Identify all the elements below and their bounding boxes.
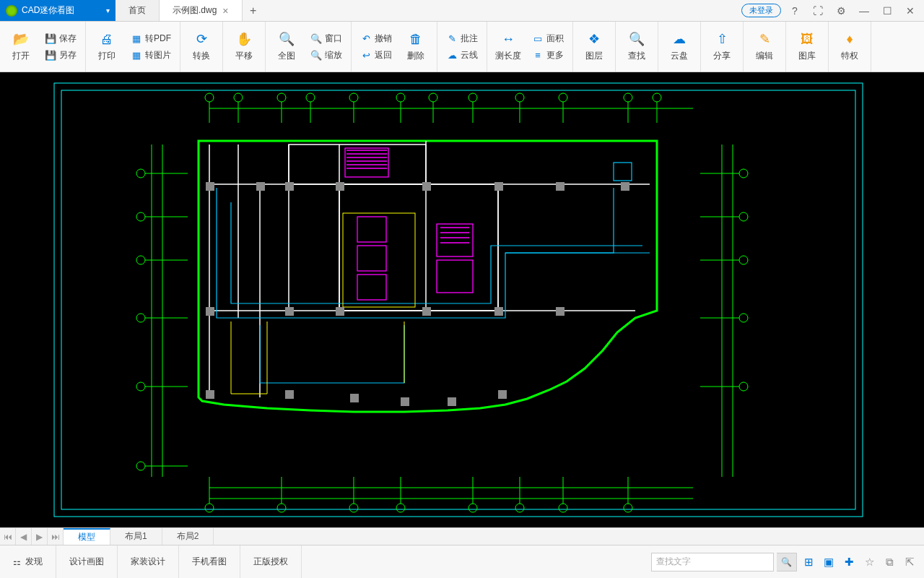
layers-button[interactable]: ❖图层 <box>576 24 612 70</box>
status-design[interactable]: 设计画图 <box>56 545 118 578</box>
open-button[interactable]: 📂打开 <box>3 24 39 70</box>
area-icon: ▭ <box>532 33 544 44</box>
zoom-button[interactable]: 🔍缩放 <box>308 48 345 63</box>
layout-tab-2[interactable]: 布局2 <box>162 528 214 545</box>
svg-point-9 <box>277 93 286 102</box>
svg-rect-102 <box>285 182 294 191</box>
login-button[interactable]: 未登录 <box>741 4 781 17</box>
link-icon[interactable]: ⇱ <box>901 553 918 571</box>
layers-icon: ❖ <box>586 31 602 47</box>
status-discover[interactable]: ⚏发现 <box>0 545 56 578</box>
more-button[interactable]: ≡更多 <box>529 48 567 63</box>
saveas-icon: 💾 <box>45 49 56 61</box>
svg-rect-92 <box>357 275 386 300</box>
svg-rect-1 <box>61 90 855 509</box>
svg-point-33 <box>349 504 358 512</box>
svg-rect-109 <box>285 307 294 316</box>
svg-rect-114 <box>206 390 214 399</box>
minimize-icon[interactable]: — <box>855 1 873 20</box>
ortho-toggle-icon[interactable]: ▣ <box>820 553 837 571</box>
window-zoom-button[interactable]: 🔍窗口 <box>308 31 345 46</box>
refresh-icon: ⟳ <box>193 31 209 47</box>
share-button[interactable]: ⇧分享 <box>704 24 740 70</box>
nav-next-button[interactable]: ▶ <box>32 528 48 545</box>
status-license[interactable]: 正版授权 <box>240 545 302 578</box>
maximize-icon[interactable]: ☐ <box>878 1 897 20</box>
nav-first-button[interactable]: ⏮ <box>0 528 16 545</box>
svg-point-27 <box>653 93 661 102</box>
svg-rect-110 <box>336 307 344 316</box>
cad-canvas[interactable] <box>0 72 924 527</box>
svg-rect-116 <box>350 394 359 402</box>
to-pdf-button[interactable]: ▦转PDF <box>128 31 174 46</box>
back-button[interactable]: ↩返回 <box>357 48 395 63</box>
svg-point-53 <box>136 256 145 264</box>
svg-rect-0 <box>54 83 863 517</box>
save-button[interactable]: 💾保存 <box>42 31 79 46</box>
back-icon: ↩ <box>360 49 372 61</box>
library-icon: 🖼 <box>799 31 815 47</box>
layout-tab-1[interactable]: 布局1 <box>110 528 162 545</box>
svg-point-49 <box>136 169 145 178</box>
svg-point-21 <box>515 93 524 102</box>
undo-button[interactable]: ↶撤销 <box>357 31 395 46</box>
convert-button[interactable]: ⟳转换 <box>183 24 219 70</box>
full-view-button[interactable]: 🔍全图 <box>269 24 305 70</box>
svg-point-13 <box>349 93 358 102</box>
tab-file[interactable]: 示例图.dwg × <box>160 0 243 21</box>
close-window-icon[interactable]: ✕ <box>901 1 920 20</box>
svg-rect-81 <box>339 184 498 311</box>
svg-point-59 <box>136 462 145 470</box>
search-button[interactable]: 🔍 <box>777 553 797 571</box>
annotate-button[interactable]: ✎批注 <box>443 31 481 46</box>
undo-icon: ↶ <box>360 33 372 44</box>
saveas-button[interactable]: 💾另存 <box>42 48 79 63</box>
svg-point-69 <box>739 382 748 391</box>
measure-length-button[interactable]: ↔测长度 <box>490 24 526 70</box>
library-button[interactable]: 🖼图库 <box>789 24 825 70</box>
privilege-button[interactable]: ♦特权 <box>832 24 868 70</box>
help-icon[interactable]: ? <box>785 1 804 20</box>
image-icon: ▦ <box>131 49 142 61</box>
zoom-fit-icon: 🔍 <box>279 31 295 47</box>
tab-home[interactable]: 首页 <box>116 0 160 21</box>
cloud-button[interactable]: ☁云盘 <box>661 24 697 70</box>
fullscreen-icon[interactable]: ⛶ <box>808 1 827 20</box>
svg-rect-107 <box>621 182 629 191</box>
area-button[interactable]: ▭面积 <box>529 31 567 46</box>
crosshair-toggle-icon[interactable]: ✚ <box>840 553 858 571</box>
svg-rect-82 <box>614 163 632 181</box>
edit-button[interactable]: ✎编辑 <box>746 24 783 70</box>
svg-point-17 <box>429 93 437 102</box>
svg-point-11 <box>306 93 315 102</box>
nav-prev-button[interactable]: ◀ <box>16 528 32 545</box>
svg-point-29 <box>205 504 214 512</box>
snap-toggle-icon[interactable]: ⊞ <box>800 553 817 571</box>
find-button[interactable]: 🔍查找 <box>619 24 655 70</box>
favorite-icon[interactable]: ☆ <box>860 553 878 571</box>
print-button[interactable]: 🖨打印 <box>89 24 125 70</box>
search-input[interactable]: 查找文字 <box>651 553 774 571</box>
cloudline-button[interactable]: ☁云线 <box>443 48 481 63</box>
layout-tab-model[interactable]: 模型 <box>64 528 110 545</box>
more-icon: ≡ <box>532 49 544 61</box>
nav-last-button[interactable]: ⏭ <box>48 528 64 545</box>
to-img-button[interactable]: ▦转图片 <box>128 48 174 63</box>
status-mobile[interactable]: 手机看图 <box>179 545 240 578</box>
svg-point-25 <box>624 93 632 102</box>
layout-tabs: ⏮ ◀ ▶ ⏭ 模型 布局1 布局2 <box>0 527 924 545</box>
svg-point-41 <box>559 504 567 512</box>
pan-button[interactable]: ✋平移 <box>226 24 262 70</box>
status-home-design[interactable]: 家装设计 <box>118 545 179 578</box>
close-icon[interactable]: × <box>222 5 228 17</box>
gear-icon[interactable]: ⚙ <box>832 1 850 20</box>
cloud-line-icon: ☁ <box>446 49 458 61</box>
svg-point-15 <box>396 93 405 102</box>
share-icon: ⇧ <box>714 31 730 47</box>
svg-point-57 <box>136 382 145 391</box>
svg-rect-112 <box>494 307 503 316</box>
copy-icon[interactable]: ⧉ <box>881 553 898 571</box>
new-tab-button[interactable]: + <box>243 0 264 21</box>
delete-button[interactable]: 🗑删除 <box>398 24 434 70</box>
app-title[interactable]: CAD迷你看图 ▾ <box>0 0 116 21</box>
